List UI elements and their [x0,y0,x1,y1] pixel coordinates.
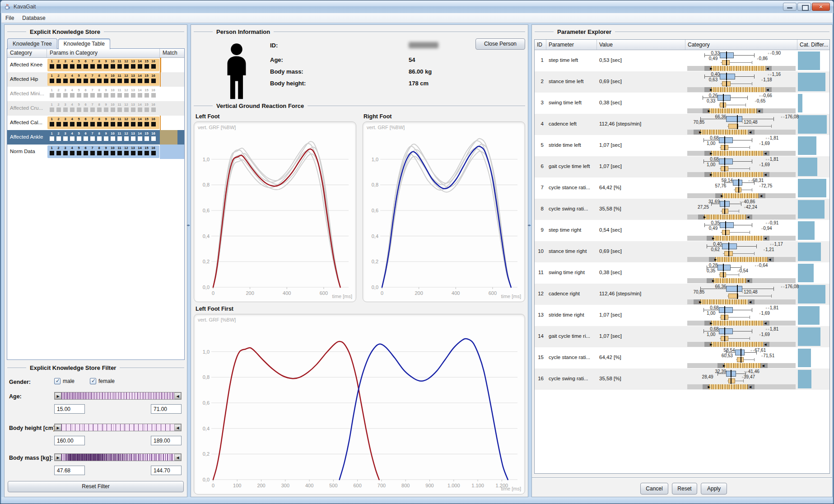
age-range-slider[interactable] [54,392,182,400]
col-id[interactable]: ID [535,40,546,50]
parameter-row[interactable]: 7 cycle stance rati... 64,42 [%] 59,14 6… [535,177,829,199]
slider-left-arrow[interactable] [709,321,713,326]
parameter-range-slider[interactable] [687,342,796,347]
col-cat-differ[interactable]: Cat. Differ... [797,40,829,50]
slider-right-arrow[interactable] [748,130,752,135]
col-category-plot[interactable]: Category [685,40,797,50]
body-height-range-slider[interactable] [54,424,182,431]
parameter-range-slider[interactable] [687,130,796,135]
col-value[interactable]: Value [597,40,685,50]
slider-right-arrow[interactable] [748,384,752,389]
splitter-right[interactable] [529,24,531,497]
height-slider-left-arrow[interactable] [55,424,61,431]
slider-left-arrow[interactable] [722,363,727,368]
mass-slider-right-arrow[interactable] [174,454,181,461]
slider-left-arrow[interactable] [709,66,713,71]
close-person-button[interactable]: Close Person [475,38,525,50]
height-slider-right-arrow[interactable] [174,424,181,431]
slider-right-arrow[interactable] [765,66,770,71]
knowledge-category-row[interactable]: Affected Cal... 12345678910111213141516 [7,116,184,130]
slider-right-arrow[interactable] [759,193,763,198]
parameter-range-slider[interactable] [687,215,796,219]
body-mass-range-slider[interactable] [54,453,182,461]
col-params-in-category[interactable]: Params in Category [47,49,160,57]
female-checkbox-box[interactable] [90,378,96,384]
slider-left-arrow[interactable] [711,278,716,283]
titlebar[interactable]: KavaGait [0,0,834,13]
parameter-row[interactable]: 10 stance time right 0,69 [sec] 0,40 1,1… [535,241,829,262]
tab-knowledge-tree[interactable]: Knowledge Tree [7,38,57,49]
close-button[interactable] [812,3,830,11]
slider-left-arrow[interactable] [720,193,724,198]
slider-left-arrow[interactable] [709,342,713,347]
height-max-input[interactable]: 189.00 [151,436,182,445]
knowledge-category-row[interactable]: Affected Cru... 12345678910111213141516 [7,101,184,116]
slider-right-arrow[interactable] [763,342,768,347]
height-min-input[interactable]: 160.00 [54,436,85,445]
parameter-range-slider[interactable] [687,384,796,389]
slider-left-arrow[interactable] [698,299,703,304]
slider-right-arrow[interactable] [763,151,768,156]
parameter-range-slider[interactable] [687,257,796,262]
parameter-row[interactable]: 5 stride time left 1,07 [sec] 0,68 1,81 … [535,135,829,156]
apply-button[interactable]: Apply [701,483,727,495]
age-slider-left-arrow[interactable] [55,392,61,399]
slider-right-arrow[interactable] [746,278,750,283]
slider-left-arrow[interactable] [707,108,711,113]
parameter-row[interactable]: 6 gait cycle time left 1,07 [sec] 0,68 1… [535,156,829,177]
parameter-range-slider[interactable] [687,172,796,177]
parameter-row[interactable]: 9 step time right 0,54 [sec] 0,35 0,91 0… [535,220,829,241]
parameter-range-slider[interactable] [687,87,796,92]
parameter-row[interactable]: 11 swing time right 0,38 [sec] 0,28 0,64… [535,262,829,284]
knowledge-category-row[interactable]: Norm Data 12345678910111213141516 [7,145,184,159]
male-checkbox-box[interactable] [54,378,61,384]
menu-file[interactable]: File [1,14,18,23]
parameter-row[interactable]: 12 cadence right 112,46 [steps/min] 66,3… [535,284,829,305]
reset-filter-button[interactable]: Reset Filter [8,481,184,492]
knowledge-category-row[interactable]: Affected Mini... 12345678910111213141516 [7,87,184,101]
splitter-left[interactable] [188,24,190,497]
parameter-row[interactable]: 2 stance time left 0,69 [sec] 0,40 1,16 … [535,71,829,93]
parameter-range-slider[interactable] [687,363,796,368]
knowledge-category-row[interactable]: Affected Ankle 12345678910111213141516 [7,130,184,145]
slider-right-arrow[interactable] [748,299,752,304]
parameter-row[interactable]: 4 cadence left 112,46 [steps/min] 66,36 … [535,114,829,135]
parameter-range-slider[interactable] [687,321,796,326]
mass-max-input[interactable]: 144.70 [151,466,182,475]
parameter-row[interactable]: 16 cycle swing rati... 35,58 [%] 32,39 4… [535,369,829,390]
parameter-range-slider[interactable] [687,108,796,113]
parameter-range-slider[interactable] [687,66,796,71]
parameter-row[interactable]: 13 stride time right 1,07 [sec] 0,68 1,8… [535,305,829,326]
slider-right-arrow[interactable] [763,172,768,177]
tab-knowledge-table[interactable]: Knowledge Table [58,38,110,49]
parameter-row[interactable]: 3 swing time left 0,38 [sec] 0,26 0,66 0… [535,93,829,114]
reset-button[interactable]: Reset [672,483,697,495]
parameter-row[interactable]: 15 cycle stance rati... 64,42 [%] 58,54 … [535,347,829,369]
parameter-range-slider[interactable] [687,299,796,304]
slider-right-arrow[interactable] [761,363,765,368]
slider-left-arrow[interactable] [711,236,716,241]
parameter-range-slider[interactable] [687,236,796,241]
slider-right-arrow[interactable] [763,236,768,241]
minimize-button[interactable] [783,3,797,11]
slider-left-arrow[interactable] [713,257,718,262]
female-checkbox[interactable]: female [90,378,115,384]
slider-right-arrow[interactable] [757,108,761,113]
knowledge-category-row[interactable]: Affected Knee 12345678910111213141516 [7,58,184,72]
parameter-range-slider[interactable] [687,151,796,156]
slider-left-arrow[interactable] [707,384,711,389]
col-parameter[interactable]: Parameter [546,40,597,50]
mass-slider-left-arrow[interactable] [55,454,61,461]
male-checkbox[interactable]: male [54,378,75,384]
slider-left-arrow[interactable] [709,172,713,177]
slider-left-arrow[interactable] [709,151,713,156]
maximize-button[interactable] [797,3,811,11]
parameter-row[interactable]: 8 cycle swing rati... 35,58 [%] 31,69 40… [535,199,829,220]
slider-right-arrow[interactable] [765,87,770,92]
mass-min-input[interactable]: 47.68 [54,466,85,475]
parameter-range-slider[interactable] [687,193,796,198]
menu-database[interactable]: Database [18,14,49,23]
age-slider-right-arrow[interactable] [174,392,181,399]
slider-left-arrow[interactable] [703,215,707,219]
parameter-row[interactable]: 1 step time left 0,53 [sec] 0,33 0,90 0,… [535,50,829,71]
